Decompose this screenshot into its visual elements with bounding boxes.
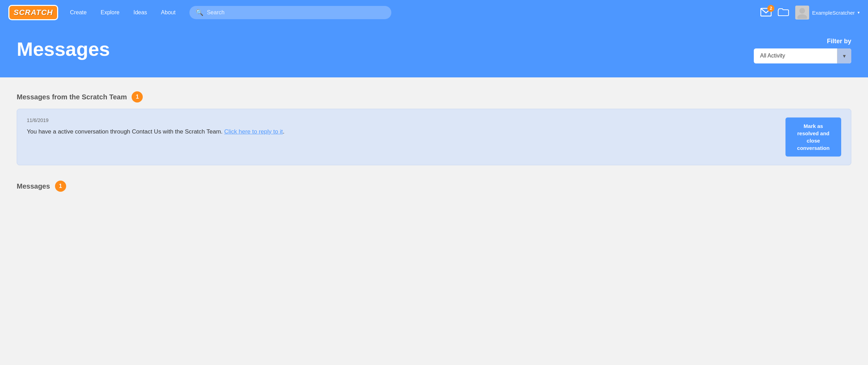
search-icon: 🔍: [196, 9, 203, 16]
messages-title: Messages: [17, 182, 50, 190]
scratch-team-message-card: 11/6/2019 You have a active conversation…: [17, 109, 851, 165]
messages-badge: 1: [55, 181, 66, 192]
scratch-team-title: Messages from the Scratch Team: [17, 93, 127, 101]
reply-link[interactable]: Click here to reply to it: [224, 128, 283, 135]
messages-section-header: Messages 1: [17, 181, 851, 192]
folder-icon-btn[interactable]: [778, 7, 789, 18]
nav-ideas[interactable]: Ideas: [128, 7, 153, 18]
message-date: 11/6/2019: [27, 117, 779, 123]
scratch-logo[interactable]: SCRATCH: [8, 5, 58, 20]
nav-create[interactable]: Create: [64, 7, 92, 18]
folder-icon: [778, 7, 789, 17]
avatar: [795, 6, 809, 20]
chevron-down-icon: ▾: [858, 10, 860, 15]
message-text-after: .: [283, 128, 284, 135]
scratch-team-badge: 1: [132, 91, 143, 102]
avatar-image: [796, 6, 808, 19]
nav-about[interactable]: About: [155, 7, 181, 18]
message-content: 11/6/2019 You have a active conversation…: [27, 117, 779, 136]
svg-point-1: [799, 8, 805, 14]
nav-explore[interactable]: Explore: [95, 7, 125, 18]
search-input[interactable]: [207, 9, 385, 16]
user-area[interactable]: ExampleScratcher ▾: [795, 6, 860, 20]
messages-icon-btn[interactable]: 2: [760, 7, 772, 18]
search-bar: 🔍: [189, 6, 391, 19]
nav-right: 2 ExampleScratcher ▾: [760, 6, 860, 20]
username-label: ExampleScratcher: [812, 10, 855, 16]
message-text: You have a active conversation through C…: [27, 127, 779, 136]
filter-select[interactable]: All Activity ▾: [754, 48, 851, 63]
page-title: Messages: [17, 38, 110, 60]
filter-dropdown-btn[interactable]: ▾: [837, 48, 851, 63]
notification-badge: 2: [767, 5, 774, 12]
filter-area: Filter by All Activity ▾: [754, 38, 851, 63]
chevron-down-icon: ▾: [843, 53, 846, 59]
banner: Messages Filter by All Activity ▾: [0, 25, 868, 77]
filter-value: All Activity: [754, 48, 837, 63]
svg-point-2: [797, 14, 807, 19]
main-content: Messages from the Scratch Team 1 11/6/20…: [0, 77, 868, 206]
filter-label: Filter by: [827, 38, 851, 45]
scratch-team-section-header: Messages from the Scratch Team 1: [17, 91, 851, 102]
navbar: SCRATCH Create Explore Ideas About 🔍 2: [0, 0, 868, 25]
resolve-button[interactable]: Mark as resolved and close conversation: [785, 117, 841, 157]
message-text-before: You have a active conversation through C…: [27, 128, 222, 135]
